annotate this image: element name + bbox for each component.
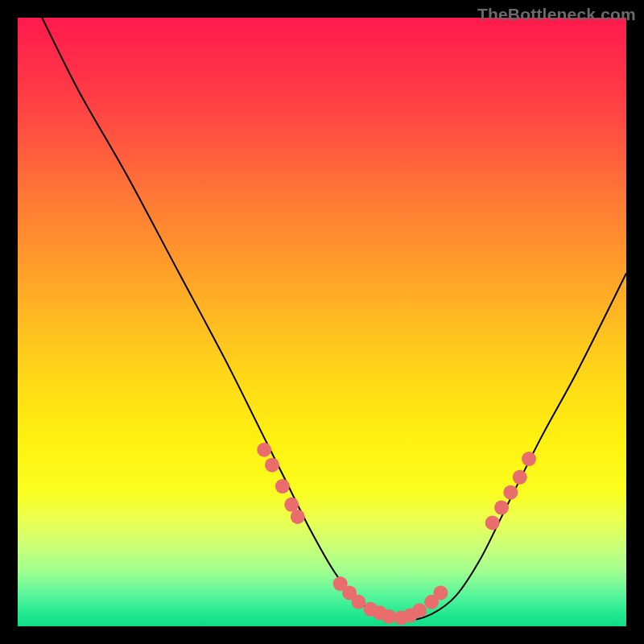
data-marker <box>291 510 305 524</box>
data-marker <box>351 595 365 609</box>
data-marker <box>485 515 500 530</box>
chart-container: TheBottleneck.com <box>0 0 644 644</box>
curve-group <box>42 18 626 620</box>
data-marker <box>412 603 427 617</box>
watermark-text: TheBottleneck.com <box>477 5 636 24</box>
data-marker <box>265 458 279 473</box>
data-marker <box>503 485 518 500</box>
data-marker <box>275 479 290 493</box>
data-marker <box>494 501 509 515</box>
data-marker <box>433 585 448 600</box>
chart-svg <box>18 18 626 626</box>
bottleneck-curve <box>42 18 626 620</box>
data-marker <box>513 470 527 485</box>
plot-area <box>18 18 626 626</box>
data-marker <box>522 452 536 466</box>
data-marker <box>257 443 271 457</box>
marker-group <box>257 443 536 625</box>
